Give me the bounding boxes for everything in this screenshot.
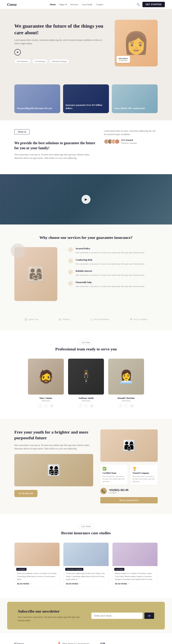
- nav-link-contact[interactable]: Contact: [96, 3, 103, 6]
- hero-badge: 4.8 reviews ⭐ Reviews: [116, 56, 130, 63]
- feature-card-3[interactable]: Trust Clients 199+ and present: [112, 84, 158, 113]
- social-tw-1[interactable]: t: [44, 404, 48, 408]
- about-top: About us We provide the best solutions t…: [14, 129, 158, 160]
- banner-content: ▶: [82, 195, 90, 204]
- read-more-2[interactable]: READ MORE →: [66, 582, 106, 585]
- play-button[interactable]: ▶: [14, 49, 21, 56]
- nav-link-pages[interactable]: Pages▾: [59, 3, 67, 6]
- hero-section: We guarantee the future of the things yo…: [0, 9, 172, 77]
- why-check-3: ✓: [68, 270, 73, 274]
- nav-logo[interactable]: Consa: [7, 2, 16, 7]
- case-image-1: [14, 543, 60, 566]
- trusted-title: Trusted Company: [133, 472, 156, 474]
- feature-cards-section: We providing life insurance for you Insu…: [0, 77, 172, 120]
- feature-card-3-text: Trust Clients 199+ and present: [114, 107, 145, 111]
- team-photo-2: 🕴️: [68, 359, 104, 394]
- read-more-3[interactable]: READ MORE →: [115, 582, 155, 585]
- nav-link-home[interactable]: Home: [50, 3, 56, 6]
- why-list: ✓ Secured Policy Non consectetur a erat …: [68, 247, 158, 288]
- hero-tags: Life Insurance Car Insurance Education S…: [14, 59, 107, 64]
- partner-rise: ◇ Rise Foundation: [90, 317, 109, 321]
- case-image-2: [63, 543, 108, 566]
- newsletter-form: ok: [91, 612, 154, 619]
- newsletter-description: Non consectetur a erat nam at. Sit amet …: [18, 616, 81, 622]
- case-body-1: Proin erat vulputate at lacus at. Neque …: [14, 572, 60, 587]
- hero-title: We guarantee the future of the things yo…: [14, 23, 107, 36]
- certified-icon: ✅: [102, 467, 125, 471]
- about-us-button[interactable]: About us: [14, 129, 30, 134]
- youth-right: 👨‍👩‍👦 ✅ Certified Team Non consectetur a…: [100, 430, 158, 504]
- social-in-2[interactable]: in: [89, 404, 94, 408]
- social-fb-3[interactable]: f: [118, 404, 123, 408]
- newsletter-title: Subscribe our newsletter: [18, 609, 81, 614]
- why-item-4: ✓ Financially help Non consectetur a era…: [68, 281, 158, 288]
- avatars-row: 14.5 trustedTrusted by Customers: [104, 139, 158, 144]
- tag-car[interactable]: Car Insurance: [32, 59, 48, 64]
- footer-top: Consa Lorem ipsum dolor sit amet, consec…: [14, 642, 158, 644]
- hero-image: 👩 4.8 reviews ⭐ Reviews: [115, 20, 158, 66]
- feature-card-2[interactable]: Insurance payments Over $15 billion doll…: [63, 84, 109, 113]
- newsletter-wrapper: Subscribe our newsletter Non consectetur…: [0, 598, 172, 633]
- nav-link-services[interactable]: Services: [70, 3, 78, 6]
- trusted-icon: 🏆: [133, 467, 156, 471]
- feature-card-1[interactable]: We providing life insurance for you: [14, 84, 60, 113]
- footer-address-text: Baker Street 5-7, San Francisco, Canada.: [62, 642, 93, 644]
- search-icon[interactable]: 🔍: [137, 3, 140, 6]
- nav-right: 🔍 GET STARTED: [137, 2, 165, 7]
- banner-play-button[interactable]: ▶: [82, 195, 90, 204]
- case-card-1: Case Study Proin erat vulputate at lacus…: [14, 542, 60, 588]
- footer: Consa Lorem ipsum dolor sit amet, consec…: [0, 633, 172, 644]
- social-fb-2[interactable]: f: [78, 404, 83, 408]
- case-body-3: Mauris tempor leo. Feugiat Vel pretium. …: [112, 572, 158, 587]
- team-socials-2: f t in: [68, 404, 104, 408]
- social-fb-1[interactable]: f: [38, 404, 42, 408]
- phone-row: 📞 +01(963)-365-99 Call Agent: [100, 488, 158, 494]
- partner-sparta: ◎ Sparta .Inc: [24, 317, 39, 321]
- tag-education[interactable]: Education Savings: [50, 59, 69, 64]
- read-more-1[interactable]: READ MORE →: [17, 582, 57, 585]
- newsletter-text: Subscribe our newsletter Non consectetur…: [18, 609, 81, 622]
- banner-section: ▶: [0, 174, 172, 224]
- team-socials-1: f t in: [28, 404, 64, 408]
- team-card-2: 🕴️ Anthony Smith Marketing f t in: [68, 359, 104, 408]
- appointment-button[interactable]: Book Appointment: [100, 497, 158, 504]
- case-body-2: Consectetur adipiscing elit duis trist. …: [63, 572, 108, 587]
- social-tw-2[interactable]: t: [84, 404, 88, 408]
- social-in-3[interactable]: in: [130, 404, 134, 408]
- newsletter-input[interactable]: [91, 612, 143, 619]
- why-item-text-4: Financially help Non consectetur a erat …: [76, 281, 145, 288]
- why-check-1: ✓: [68, 247, 73, 252]
- phone-info: +01(963)-365-99 Call Agent: [109, 488, 128, 494]
- team-card-3: 👩‍💼 Donald Christine Marketing f t in: [108, 359, 144, 408]
- why-item-1: ✓ Secured Policy Non consectetur a erat …: [68, 247, 158, 254]
- why-title: Why choose our services for your guarant…: [14, 235, 158, 240]
- avatar-4: [115, 139, 120, 144]
- about-description: Non consectetur a erat nam at. Sit amet …: [14, 153, 97, 160]
- feature-card-2-text: Insurance payments Over $15 billion doll…: [66, 104, 106, 111]
- youth-description: Non consectetur a erat nam at. Sit amet …: [14, 444, 93, 450]
- team-section-label: Our Team: [14, 341, 158, 344]
- footer-col-3: Life Ins. Talsak support Contact us: [146, 642, 158, 644]
- team-section: Our Team Professional team ready to serv…: [0, 330, 172, 418]
- certified-desc: Non consectetur a erat nam at. Sit amet …: [102, 475, 125, 483]
- social-tw-3[interactable]: t: [124, 404, 128, 408]
- tag-life[interactable]: Life Insurance: [14, 59, 30, 64]
- partners-section: ◎ Sparta .Inc ⌀ Allianzy ◇ Rise Foundati…: [0, 312, 172, 330]
- case-grid: Case Study Proin erat vulputate at lacus…: [14, 542, 158, 588]
- footer-col-1: FOR CUSTOMERS About Pages Solutions F.A.…: [100, 642, 120, 644]
- case-card-3: Case Study Mauris tempor leo. Feugiat Ve…: [112, 542, 158, 588]
- newsletter-submit-button[interactable]: ok: [144, 612, 154, 619]
- nav-link-case-study[interactable]: Case Study: [82, 3, 92, 6]
- why-item-text-1: Secured Policy Non consectetur a erat na…: [76, 247, 145, 254]
- team-title: Professional team ready to serve you: [14, 347, 158, 352]
- trust-info: 14.5 trustedTrusted by Customers: [121, 139, 137, 144]
- why-image: 👨‍👩‍👧: [14, 247, 61, 301]
- about-side-text: Lorem ipsum dolor sit amet, consectetur …: [104, 129, 158, 136]
- why-check-2: ✓: [68, 258, 73, 264]
- navbar: Consa Home Pages▾ Services Case Study Co…: [0, 0, 172, 9]
- why-content: 👨‍👩‍👧 ✓ Secured Policy Non consectetur a…: [14, 247, 158, 301]
- partner-allianzy: ⌀ Allianzy: [59, 317, 70, 321]
- social-in-1[interactable]: in: [49, 404, 54, 408]
- get-started-button[interactable]: GET STARTED: [142, 2, 165, 7]
- team-name-1: Marc Adams: [28, 397, 64, 400]
